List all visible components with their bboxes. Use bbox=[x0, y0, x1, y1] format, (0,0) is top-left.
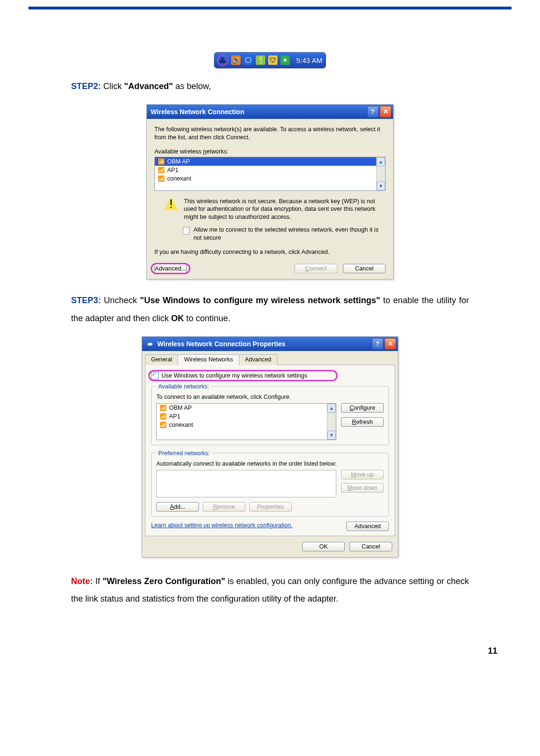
help-button[interactable]: ? bbox=[367, 106, 378, 117]
tab-strip: General Wireless Networks Advanced bbox=[145, 354, 395, 365]
preferred-networks-hint: Automatically connect to available netwo… bbox=[156, 460, 384, 467]
help-button[interactable]: ? bbox=[372, 338, 383, 350]
properties-button[interactable]: Properties bbox=[249, 502, 292, 512]
scrollbar[interactable]: ▲ ▼ bbox=[327, 404, 336, 440]
antenna-icon: 📶 bbox=[160, 405, 166, 411]
available-networks-legend: Available networks: bbox=[156, 383, 211, 390]
ok-button[interactable]: OK bbox=[302, 542, 345, 551]
use-windows-config-checkbox[interactable] bbox=[151, 372, 159, 379]
available-networks-group: Available networks: To connect to an ava… bbox=[151, 383, 389, 445]
available-networks-listbox[interactable]: 📶 OBM AP 📶 AP1 📶 conexant bbox=[156, 403, 336, 440]
use-windows-config-label: Use Windows to configure my wireless net… bbox=[162, 372, 307, 379]
step2-paragraph: STEP2: Click "Advanced" as below, bbox=[71, 78, 469, 96]
dialog-title: Wireless Network Connection Properties bbox=[157, 340, 286, 348]
available-networks-label: Available wireless networks: bbox=[154, 148, 386, 155]
dialog-title: Wireless Network Connection bbox=[151, 108, 244, 116]
network-row[interactable]: 📶 OBM AP bbox=[157, 404, 336, 412]
antenna-icon: 📶 bbox=[158, 158, 164, 165]
available-networks-listbox[interactable]: 📶 OBM AP 📶 AP1 📶 conexant ▲ ▼ bbox=[154, 157, 386, 191]
tab-general[interactable]: General bbox=[145, 354, 178, 365]
scroll-down-icon[interactable]: ▼ bbox=[377, 181, 385, 190]
network-row[interactable]: 📶 AP1 bbox=[157, 412, 336, 421]
use-windows-config-row: Use Windows to configure my wireless net… bbox=[151, 372, 389, 379]
allow-connect-checkbox[interactable] bbox=[183, 227, 189, 234]
connect-button[interactable]: Connect bbox=[295, 264, 337, 273]
antenna-icon: 📶 bbox=[160, 413, 166, 420]
antenna-icon: 📶 bbox=[160, 422, 166, 428]
add-button[interactable]: Add... bbox=[156, 502, 199, 512]
antenna-icon: 📶 bbox=[158, 167, 164, 173]
close-button[interactable]: ✕ bbox=[385, 338, 396, 350]
step2-label: STEP2: bbox=[71, 81, 101, 91]
note-paragraph: Note: If "Wireless Zero Configuration" i… bbox=[71, 573, 469, 609]
network-name: conexant bbox=[167, 175, 191, 182]
configure-button[interactable]: Configure bbox=[341, 403, 384, 413]
dialog-intro-text: The following wireless network(s) are av… bbox=[154, 126, 386, 142]
dialog-titlebar: Wireless Network Connection ? ✕ bbox=[147, 105, 393, 119]
network-row-selected[interactable]: 📶 OBM AP bbox=[155, 157, 385, 166]
shield-tray-icon: 🛡 bbox=[268, 55, 278, 65]
page-number: 11 bbox=[0, 646, 497, 656]
learn-link[interactable]: Learn about setting up wireless network … bbox=[151, 522, 341, 529]
network-name: AP1 bbox=[169, 413, 180, 420]
available-networks-hint: To connect to an available network, clic… bbox=[156, 394, 384, 400]
network-row[interactable]: 📶 conexant bbox=[155, 174, 385, 183]
refresh-button[interactable]: Refresh bbox=[341, 417, 384, 427]
note-label: Note: bbox=[71, 576, 93, 586]
close-button[interactable]: ✕ bbox=[380, 106, 391, 117]
display-tray-icon: 🖵 bbox=[243, 55, 253, 65]
network-row[interactable]: 📶 conexant bbox=[157, 421, 336, 429]
preferred-networks-legend: Preferred networks: bbox=[156, 450, 212, 457]
network-row[interactable]: 📶 AP1 bbox=[155, 166, 385, 174]
allow-connect-label: Allow me to connect to the selected wire… bbox=[193, 226, 384, 242]
tab-panel: Use Windows to configure my wireless net… bbox=[145, 365, 395, 536]
scroll-up-icon[interactable]: ▲ bbox=[327, 404, 336, 413]
network-name: AP1 bbox=[167, 167, 179, 173]
scrollbar[interactable]: ▲ ▼ bbox=[376, 157, 385, 190]
connection-icon: ⬌ bbox=[146, 340, 154, 348]
advanced-button[interactable]: Advanced... bbox=[154, 264, 187, 273]
step3-label: STEP3: bbox=[71, 296, 101, 305]
warning-icon: ! bbox=[164, 198, 178, 210]
network-name: conexant bbox=[169, 422, 193, 428]
network-name: OBM AP bbox=[167, 158, 190, 165]
wireless-properties-dialog: ⬌ Wireless Network Connection Properties… bbox=[142, 336, 398, 558]
volume-tray-icon: 🔊 bbox=[231, 55, 241, 65]
battery-tray-icon: 🔋 bbox=[256, 55, 265, 65]
wireless-connection-dialog: Wireless Network Connection ? ✕ The foll… bbox=[146, 104, 394, 279]
move-down-button[interactable]: Move down bbox=[341, 483, 384, 493]
antivirus-tray-icon: ✶ bbox=[280, 55, 290, 65]
cancel-button[interactable]: Cancel bbox=[350, 542, 392, 551]
advanced-button[interactable]: Advanced bbox=[346, 522, 389, 531]
dialog-titlebar: ⬌ Wireless Network Connection Properties… bbox=[142, 337, 398, 351]
step3-paragraph: STEP3: Uncheck "Use Windows to configure… bbox=[71, 292, 469, 328]
move-up-button[interactable]: Move up bbox=[341, 470, 384, 479]
difficulty-text: If you are having difficulty connecting … bbox=[154, 249, 386, 255]
network-tray-icon: 🖧 bbox=[217, 54, 228, 66]
scroll-down-icon[interactable]: ▼ bbox=[327, 431, 336, 440]
cancel-button[interactable]: Cancel bbox=[343, 264, 386, 273]
header-rule bbox=[28, 7, 512, 9]
scroll-up-icon[interactable]: ▲ bbox=[377, 157, 385, 166]
antenna-icon: 📶 bbox=[158, 175, 164, 182]
systray-time: 5:43 AM bbox=[296, 56, 322, 64]
remove-button[interactable]: Remove bbox=[203, 502, 245, 512]
tab-wireless-networks[interactable]: Wireless Networks bbox=[178, 354, 239, 365]
preferred-networks-listbox[interactable] bbox=[156, 470, 336, 497]
systray: 🖧 🔊 🖵 🔋 🛡 ✶ 5:43 AM bbox=[214, 52, 325, 68]
warning-text: This wireless network is not secure. Bec… bbox=[184, 198, 384, 222]
network-name: OBM AP bbox=[169, 405, 192, 411]
tab-advanced[interactable]: Advanced bbox=[239, 354, 278, 365]
preferred-networks-group: Preferred networks: Automatically connec… bbox=[151, 450, 389, 517]
